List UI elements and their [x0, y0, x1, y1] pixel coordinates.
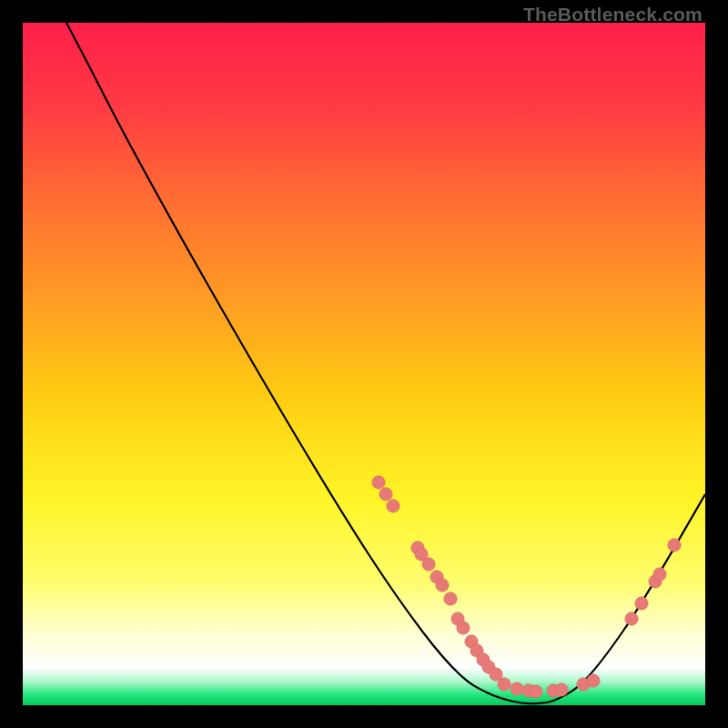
chart-canvas — [23, 23, 705, 705]
data-dot — [635, 597, 648, 610]
data-dot — [587, 674, 600, 687]
gradient-background — [23, 23, 705, 705]
data-dot — [422, 558, 435, 571]
data-dot — [379, 488, 392, 500]
data-dot — [530, 685, 542, 698]
chart-frame — [23, 23, 705, 705]
data-dot — [511, 682, 523, 695]
data-dot — [372, 476, 385, 489]
data-dot — [387, 500, 399, 512]
data-dot — [668, 539, 681, 551]
data-dot — [555, 683, 568, 696]
data-dot — [625, 612, 638, 625]
data-dot — [498, 678, 511, 691]
data-dot — [436, 579, 449, 592]
data-dot — [653, 568, 666, 581]
data-dot — [457, 622, 470, 634]
data-dot — [444, 592, 457, 605]
